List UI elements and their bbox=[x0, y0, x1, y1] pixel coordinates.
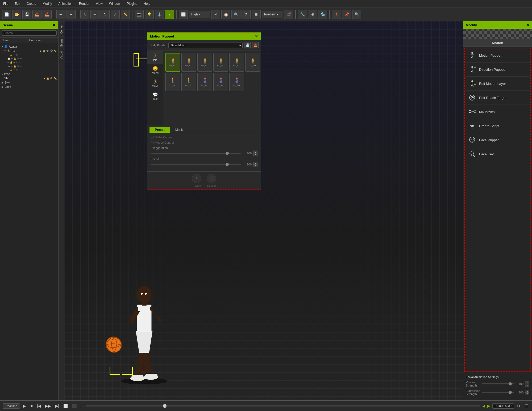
motion-01r[interactable]: 🧍 01_R... bbox=[229, 53, 244, 72]
timeline-right-arrow[interactable]: ▶ bbox=[487, 404, 490, 408]
body-profile-save-button[interactable]: 💾 bbox=[244, 42, 251, 48]
tree-item-row1[interactable]: •• 🔒 •• 👁 •• bbox=[0, 53, 58, 57]
scene-close-button[interactable]: ✕ bbox=[52, 23, 56, 27]
menu-plugins[interactable]: Plugins bbox=[126, 1, 138, 6]
tree-item-prop[interactable]: ▾ Prop bbox=[0, 72, 58, 76]
motion-01e-2[interactable]: 🧍 01_E... bbox=[181, 53, 196, 72]
list-button[interactable]: ☰ bbox=[524, 403, 529, 409]
tree-item-row4[interactable]: ●● •• 🔒 👁 •• bbox=[0, 64, 58, 68]
fast-forward-button[interactable]: ▶▶ bbox=[44, 403, 52, 409]
expression-spinner[interactable]: ▲ ▼ bbox=[525, 390, 529, 395]
light-button[interactable]: 💡 bbox=[145, 10, 154, 19]
tree-item-light[interactable]: ▶ Light bbox=[0, 85, 58, 89]
menu-window[interactable]: Window bbox=[108, 1, 122, 6]
viseme-slider[interactable] bbox=[482, 383, 514, 384]
viseme-down[interactable]: ▼ bbox=[525, 384, 529, 387]
viseme-spinner[interactable]: ▲ ▼ bbox=[525, 381, 529, 387]
redo-button[interactable]: ↪ bbox=[66, 10, 76, 19]
motion-puppet-close[interactable]: ✕ bbox=[255, 34, 258, 38]
motion-02ar-1[interactable]: 🧍‍♀️ 02_Ar... bbox=[197, 73, 212, 91]
tool5-button[interactable]: 📌 bbox=[342, 10, 351, 19]
undo-button[interactable]: ↩ bbox=[56, 10, 65, 19]
motion-02ar-2[interactable]: 🧍‍♀️ 02_Ar... bbox=[213, 73, 228, 91]
modify-direction-puppet[interactable]: Direction Puppet bbox=[465, 63, 530, 77]
next-frame-button[interactable]: ▶| bbox=[54, 403, 60, 409]
viewport[interactable]: Motion Puppet ✕ Body Profile : Base Moti… bbox=[64, 21, 463, 400]
menu-render[interactable]: Render bbox=[78, 1, 90, 6]
modify-mixmoves[interactable]: MixMoves bbox=[465, 105, 530, 119]
viseme-thumb[interactable] bbox=[509, 382, 512, 385]
tree-item-row2[interactable]: 🔲 •• 🔒 👁 •• bbox=[0, 57, 58, 61]
mouse-control-radio[interactable]: Mouse Control bbox=[151, 141, 174, 144]
tree-item-sh[interactable]: Sh... ● 🔒 👁 ✏️ bbox=[0, 76, 58, 80]
side-tab-content[interactable]: Content bbox=[59, 21, 64, 36]
exaggeration-down[interactable]: ▼ bbox=[253, 153, 257, 156]
modify-face-key[interactable]: Face Key bbox=[465, 147, 530, 161]
open-button[interactable]: 📂 bbox=[12, 10, 21, 19]
camera-button[interactable]: 📷 bbox=[135, 10, 144, 19]
view-mode-button[interactable]: ⬜ bbox=[179, 10, 188, 19]
play-button[interactable]: ▶ bbox=[22, 403, 27, 409]
tool1-button[interactable]: 🔧 bbox=[298, 10, 307, 19]
speed-thumb[interactable] bbox=[226, 163, 229, 166]
mask-tab[interactable]: Mask bbox=[170, 127, 188, 133]
menu-edit[interactable]: Edit bbox=[14, 1, 21, 6]
speed-up[interactable]: ▲ bbox=[253, 162, 257, 164]
exaggeration-up[interactable]: ▲ bbox=[253, 151, 257, 153]
zoom-in-button[interactable]: 🔍 bbox=[231, 10, 240, 19]
motion-01e-1[interactable]: 🧍 01_E... bbox=[165, 53, 180, 72]
tree-item-row3[interactable]: •• 🔒 •• 👁 •• bbox=[0, 61, 58, 64]
prev-frame-button[interactable]: |◀ bbox=[36, 403, 42, 409]
move-button[interactable]: ✛ bbox=[90, 10, 99, 19]
tool6-button[interactable]: 🔍 bbox=[352, 10, 361, 19]
side-tab-scene[interactable]: Scene bbox=[59, 36, 64, 49]
bookmark-button[interactable]: ♪ bbox=[80, 403, 84, 409]
motion-01ta[interactable]: 🚶 01_Ta... bbox=[165, 73, 180, 91]
rotate-button[interactable]: ↻ bbox=[101, 10, 110, 19]
quality-dropdown[interactable]: High ▾ bbox=[189, 11, 210, 18]
record-button[interactable]: ● bbox=[165, 10, 174, 19]
speed-track[interactable] bbox=[151, 164, 241, 165]
realtime-button[interactable]: Realtime bbox=[3, 403, 20, 409]
scale-button[interactable]: ⤢ bbox=[111, 10, 120, 19]
home-button[interactable]: 🏠 bbox=[221, 10, 230, 19]
cat-talk[interactable]: 💬 Talk bbox=[147, 90, 163, 103]
tree-item-row5[interactable]: •• 🔒 •• 👁 •• bbox=[0, 68, 58, 72]
tool4-button[interactable]: 🏃 bbox=[332, 10, 341, 19]
menu-modify[interactable]: Modify bbox=[41, 1, 53, 6]
tool2-button[interactable]: ⚙ bbox=[308, 10, 317, 19]
menu-view[interactable]: View bbox=[95, 1, 104, 6]
modify-close-button[interactable]: ✕ bbox=[526, 23, 529, 27]
expression-slider[interactable] bbox=[482, 392, 514, 393]
select-button[interactable]: ↖ bbox=[80, 10, 89, 19]
preview-button[interactable]: 👁 Preview bbox=[192, 174, 201, 187]
save-button[interactable]: 💾 bbox=[22, 10, 31, 19]
viseme-up[interactable]: ▲ bbox=[525, 381, 529, 384]
render-dropdown[interactable]: Preview ▾ bbox=[262, 11, 283, 18]
exaggeration-thumb[interactable] bbox=[226, 152, 229, 155]
motion-01e-3[interactable]: 🧍 01_E... bbox=[197, 53, 212, 72]
settings-button[interactable]: ⚙ bbox=[516, 403, 522, 409]
speed-down[interactable]: ▼ bbox=[253, 164, 257, 167]
menu-create[interactable]: Create bbox=[26, 1, 37, 6]
side-tab-visual[interactable]: Visual bbox=[59, 49, 64, 61]
motion-01talk[interactable]: 🧍 01_Talk bbox=[245, 53, 260, 72]
cat-move[interactable]: 🏃 Move bbox=[147, 77, 163, 90]
motion-02talk[interactable]: 🧍‍♀️ 02_Talk bbox=[229, 73, 244, 91]
modify-motion-puppet[interactable]: Motion Puppet bbox=[465, 48, 530, 63]
body-profile-export-button[interactable]: 📤 bbox=[252, 42, 259, 48]
speed-spinner[interactable]: ▲ ▼ bbox=[253, 162, 257, 167]
video-button[interactable]: 🎬 bbox=[284, 10, 293, 19]
stop-button[interactable]: ■ bbox=[29, 403, 34, 409]
sun-button[interactable]: ☀ bbox=[211, 10, 220, 19]
menu-animation[interactable]: Animation bbox=[57, 1, 73, 6]
new-button[interactable]: 📄 bbox=[2, 10, 11, 19]
loop-button[interactable]: ⬜ bbox=[62, 403, 69, 409]
grid-button[interactable]: ⊞ bbox=[252, 10, 261, 19]
scene-search-input[interactable] bbox=[2, 30, 57, 36]
modify-edit-reach-target[interactable]: Edit Reach Target bbox=[465, 91, 530, 105]
anchor-button[interactable]: ⚓ bbox=[155, 10, 164, 19]
modify-create-script[interactable]: Create Script bbox=[465, 119, 530, 133]
tree-item-ba[interactable]: ▾ 🏃 Ba... ● 🔒 👁 🔗 ✏️ bbox=[0, 49, 58, 53]
exaggeration-track[interactable] bbox=[151, 153, 241, 154]
